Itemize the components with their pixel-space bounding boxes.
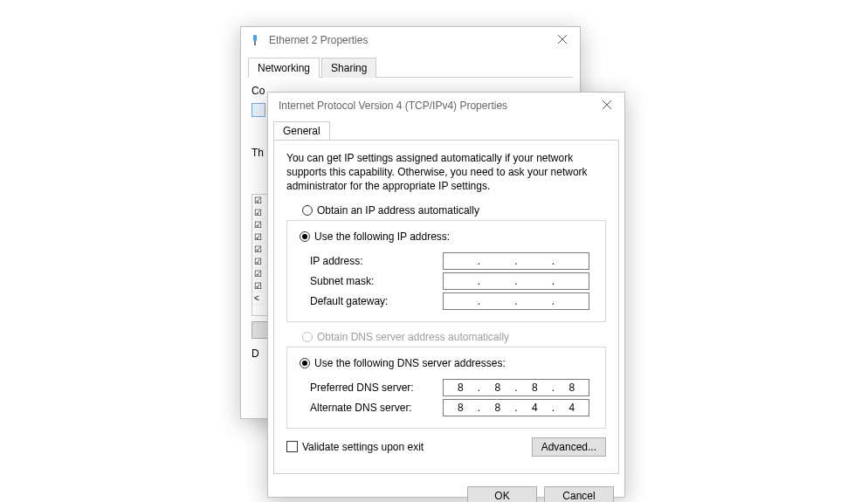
advanced-button[interactable]: Advanced... [532, 437, 606, 457]
validate-settings-checkbox[interactable]: Validate settings upon exit [286, 441, 424, 453]
preferred-dns-input[interactable]: 8. 8. 8. 8 [443, 379, 589, 396]
radio-obtain-dns-auto-label: Obtain DNS server address automatically [317, 331, 509, 343]
preferred-dns-label: Preferred DNS server: [296, 382, 443, 394]
alternate-dns-input[interactable]: 8. 8. 4. 4 [443, 399, 589, 416]
ip-address-group: Use the following IP address: IP address… [286, 220, 606, 322]
adapter-card-icon [251, 103, 265, 117]
description-text: You can get IP settings assigned automat… [286, 151, 606, 194]
ipv4-title: Internet Protocol Version 4 (TCP/IPv4) P… [275, 100, 617, 112]
radio-use-dns[interactable]: Use the following DNS server addresses: [300, 357, 509, 369]
radio-icon [300, 231, 310, 242]
ok-button[interactable]: OK [467, 486, 537, 502]
ip-address-label: IP address: [296, 255, 443, 267]
radio-use-dns-label: Use the following DNS server addresses: [314, 357, 506, 369]
ethernet-titlebar[interactable]: Ethernet 2 Properties [241, 27, 580, 53]
checkbox-icon [286, 441, 298, 452]
close-icon[interactable] [545, 27, 580, 52]
validate-settings-label: Validate settings upon exit [302, 441, 424, 453]
radio-obtain-dns-auto: Obtain DNS server address automatically [302, 331, 606, 343]
ipv4-tabstrip: General [273, 121, 619, 140]
radio-icon [302, 205, 313, 216]
ipv4-titlebar[interactable]: Internet Protocol Version 4 (TCP/IPv4) P… [268, 93, 624, 119]
radio-use-ip-label: Use the following IP address: [314, 230, 450, 243]
ethernet-title: Ethernet 2 Properties [265, 34, 573, 46]
tab-networking[interactable]: Networking [248, 58, 320, 78]
radio-use-ip[interactable]: Use the following IP address: [300, 230, 453, 243]
svg-rect-0 [253, 35, 257, 41]
radio-obtain-ip-auto[interactable]: Obtain an IP address automatically [302, 204, 606, 217]
gateway-input[interactable]: . . . [443, 292, 589, 310]
radio-obtain-ip-auto-label: Obtain an IP address automatically [317, 204, 479, 217]
tab-sharing[interactable]: Sharing [321, 58, 376, 78]
ip-address-input[interactable]: . . . [443, 252, 589, 270]
cancel-button[interactable]: Cancel [544, 486, 614, 502]
svg-rect-1 [254, 41, 256, 45]
radio-icon [302, 332, 313, 342]
network-adapter-icon [248, 33, 262, 47]
ipv4-properties-dialog: Internet Protocol Version 4 (TCP/IPv4) P… [267, 92, 625, 498]
tab-general[interactable]: General [273, 121, 330, 140]
radio-icon [300, 358, 310, 368]
subnet-mask-input[interactable]: . . . [443, 272, 589, 290]
ethernet-tabstrip: Networking Sharing [248, 57, 573, 78]
dns-group: Use the following DNS server addresses: … [286, 347, 606, 429]
gateway-label: Default gateway: [296, 295, 443, 307]
general-panel: You can get IP settings assigned automat… [273, 140, 619, 474]
alternate-dns-label: Alternate DNS server: [296, 402, 443, 414]
close-icon[interactable] [589, 93, 624, 117]
subnet-mask-label: Subnet mask: [296, 275, 443, 287]
